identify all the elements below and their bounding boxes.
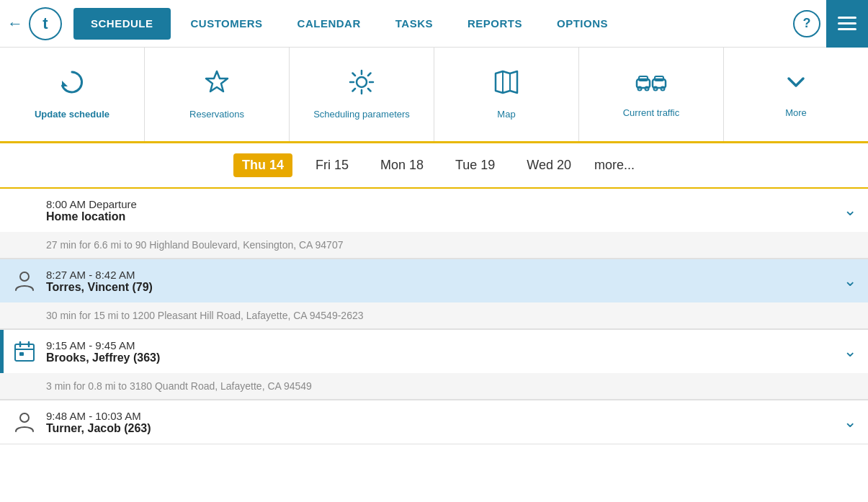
toolbar-map[interactable]: Map	[434, 48, 579, 141]
nav-tasks[interactable]: TASKS	[378, 0, 450, 48]
nav-options[interactable]: OPTIONS	[540, 0, 625, 48]
scheduling-parameters-icon	[347, 68, 376, 103]
top-nav: ← t SCHEDULE CUSTOMERS CALENDAR TASKS RE…	[0, 0, 868, 48]
toolbar-map-label: Map	[497, 109, 515, 121]
schedule-info-1: 8:00 AM Departure Home location	[46, 198, 835, 223]
schedule-entry-1: 8:00 AM Departure Home location ⌄ 27 min…	[0, 189, 868, 259]
chevron-down-icon-4[interactable]: ⌄	[844, 413, 856, 431]
schedule-main-row-1[interactable]: 8:00 AM Departure Home location ⌄	[0, 189, 868, 232]
toolbar-reservations-label: Reservations	[189, 109, 244, 121]
date-wed20[interactable]: Wed 20	[518, 153, 580, 177]
hamburger-line-2	[838, 22, 856, 24]
current-traffic-icon	[635, 69, 667, 102]
person-icon-2	[12, 268, 37, 294]
toolbar-scheduling-parameters-label: Scheduling parameters	[313, 109, 410, 121]
schedule-detail-1: 27 min for 6.6 mi to 90 Highland Bouleva…	[0, 232, 868, 259]
schedule-name-4: Turner, Jacob (263)	[46, 422, 835, 435]
schedule-name-1: Home location	[46, 210, 835, 223]
nav-links: SCHEDULE CUSTOMERS CALENDAR TASKS REPORT…	[71, 0, 793, 48]
nav-reports[interactable]: REPORTS	[450, 0, 540, 48]
toolbar-current-traffic[interactable]: Current traffic	[579, 48, 724, 141]
toolbar-reservations[interactable]: Reservations	[145, 48, 290, 141]
date-fri15[interactable]: Fri 15	[307, 153, 357, 177]
calendar-icon-3	[12, 339, 37, 364]
schedule-main-row-2[interactable]: 8:27 AM - 8:42 AM Torres, Vincent (79) ⌄	[0, 259, 868, 302]
left-indicator-3	[0, 330, 4, 373]
svg-rect-14	[15, 344, 34, 361]
hamburger-button[interactable]	[826, 0, 868, 48]
date-tue19[interactable]: Tue 19	[447, 153, 504, 177]
schedule-info-4: 9:48 AM - 10:03 AM Turner, Jacob (263)	[46, 410, 835, 435]
person-icon-4	[12, 409, 37, 435]
svg-marker-2	[496, 71, 517, 93]
toolbar: Update schedule Reservations Scheduling …	[0, 48, 868, 143]
schedule-time-1: 8:00 AM Departure	[46, 198, 835, 210]
toolbar-update-schedule[interactable]: Update schedule	[0, 48, 145, 141]
hamburger-line-3	[838, 28, 856, 30]
reservations-icon	[202, 68, 231, 103]
no-icon-1	[12, 197, 37, 223]
toolbar-update-schedule-label: Update schedule	[35, 109, 109, 121]
nav-schedule[interactable]: SCHEDULE	[73, 8, 171, 40]
help-button[interactable]: ?	[793, 10, 820, 37]
nav-customers[interactable]: CUSTOMERS	[174, 0, 280, 48]
schedule-info-2: 8:27 AM - 8:42 AM Torres, Vincent (79)	[46, 269, 835, 294]
schedule-time-2: 8:27 AM - 8:42 AM	[46, 269, 835, 281]
nav-calendar[interactable]: CALENDAR	[280, 0, 378, 48]
chevron-down-icon-3[interactable]: ⌄	[844, 342, 856, 361]
toolbar-current-traffic-label: Current traffic	[623, 107, 680, 120]
schedule-main-row-4[interactable]: 9:48 AM - 10:03 AM Turner, Jacob (263) ⌄	[0, 400, 868, 444]
app-logo: t	[29, 7, 62, 40]
map-icon	[492, 68, 521, 103]
schedule-time-4: 9:48 AM - 10:03 AM	[46, 410, 835, 422]
schedule-name-2: Torres, Vincent (79)	[46, 281, 835, 294]
update-schedule-icon	[58, 68, 86, 103]
svg-rect-18	[19, 352, 24, 356]
more-chevron-icon	[783, 69, 809, 102]
schedule-info-3: 9:15 AM - 9:45 AM Brooks, Jeffrey (363)	[46, 339, 835, 364]
hamburger-line-1	[838, 17, 856, 19]
date-bar: Thu 14 Fri 15 Mon 18 Tue 19 Wed 20 more.…	[0, 143, 868, 189]
date-thu14[interactable]: Thu 14	[233, 153, 292, 177]
svg-point-13	[20, 272, 29, 281]
schedule-entry-2: 8:27 AM - 8:42 AM Torres, Vincent (79) ⌄…	[0, 259, 868, 330]
toolbar-scheduling-parameters[interactable]: Scheduling parameters	[290, 48, 434, 141]
svg-point-19	[20, 413, 29, 422]
chevron-down-icon-1[interactable]: ⌄	[844, 201, 856, 220]
schedule-main-row-3[interactable]: 9:15 AM - 9:45 AM Brooks, Jeffrey (363) …	[0, 330, 868, 373]
back-button[interactable]: ←	[7, 14, 23, 33]
svg-point-1	[357, 77, 367, 87]
schedule-entry-3: 9:15 AM - 9:45 AM Brooks, Jeffrey (363) …	[0, 330, 868, 400]
toolbar-more[interactable]: More	[724, 48, 868, 141]
date-more[interactable]: more...	[594, 158, 635, 173]
svg-marker-0	[62, 81, 68, 86]
chevron-down-icon-2[interactable]: ⌄	[844, 272, 856, 290]
schedule-list: 8:00 AM Departure Home location ⌄ 27 min…	[0, 189, 868, 444]
schedule-detail-2: 30 min for 15 mi to 1200 Pleasant Hill R…	[0, 302, 868, 329]
date-mon18[interactable]: Mon 18	[372, 153, 432, 177]
toolbar-more-label: More	[785, 107, 807, 120]
schedule-detail-3: 3 min for 0.8 mi to 3180 Quandt Road, La…	[0, 373, 868, 400]
schedule-name-3: Brooks, Jeffrey (363)	[46, 351, 835, 364]
schedule-time-3: 9:15 AM - 9:45 AM	[46, 339, 835, 351]
nav-right: ?	[793, 0, 868, 48]
schedule-entry-4: 9:48 AM - 10:03 AM Turner, Jacob (263) ⌄	[0, 400, 868, 444]
